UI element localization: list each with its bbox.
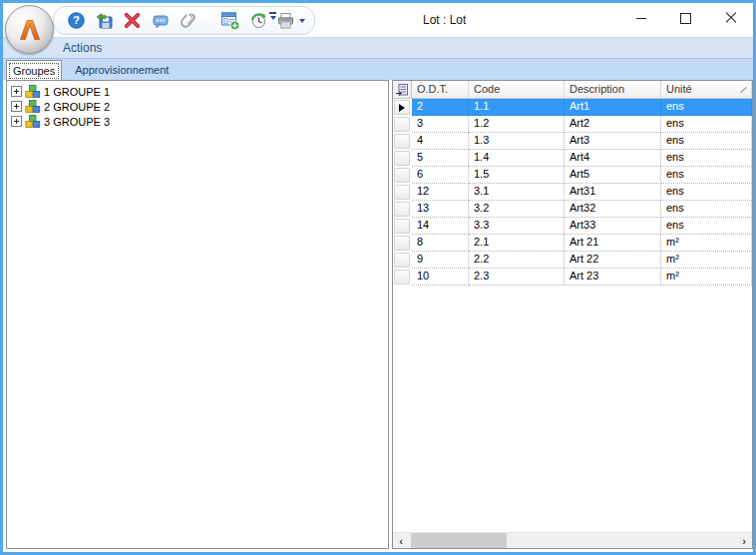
table-row[interactable]: 82.1Art 21m² [393,235,752,252]
cell-description[interactable]: Art 22 [565,252,661,269]
help-icon[interactable]: ? [66,10,87,31]
cell-unite[interactable]: ens [661,218,752,235]
cell-odt[interactable]: 2 [412,99,469,116]
column-header-odt[interactable]: O.D.T. [412,81,469,99]
cell-code[interactable]: 2.3 [469,269,565,285]
column-header-description[interactable]: Description [565,81,661,99]
cell-unite[interactable]: m² [661,252,752,269]
column-header-unite[interactable]: Unité [661,81,752,99]
cell-odt[interactable]: 9 [412,252,469,269]
column-header-code[interactable]: Code [469,81,565,99]
scroll-right-icon[interactable] [736,533,752,548]
cell-unite[interactable]: ens [661,167,752,184]
cell-description[interactable]: Art33 [565,218,661,235]
menu-item-actions[interactable]: Actions [57,41,108,55]
table-row[interactable]: 102.3Art 23m² [393,269,752,285]
history-icon[interactable] [247,10,268,31]
horizontal-scrollbar[interactable] [393,532,752,548]
cell-odt[interactable]: 13 [412,201,469,218]
expand-plus-icon[interactable] [11,101,22,112]
row-indicator[interactable] [394,117,410,132]
tab-approvisionnement[interactable]: Approvisionnement [62,60,182,80]
table-row[interactable]: 133.2Art32ens [393,201,752,218]
scrollbar-track[interactable] [409,533,736,548]
table-row[interactable]: 21.1Art1ens [393,99,752,116]
table-row[interactable]: 61.5Art5ens [393,167,752,184]
cell-description[interactable]: Art 23 [565,269,661,285]
cell-code[interactable]: 2.1 [469,235,565,252]
cell-description[interactable]: Art32 [565,201,661,218]
cell-description[interactable]: Art 21 [565,235,661,252]
close-button[interactable] [708,3,753,33]
minimize-icon [636,18,646,19]
add-document-icon[interactable] [219,10,240,31]
cell-code[interactable]: 3.3 [469,218,565,235]
scroll-left-icon[interactable] [393,533,409,548]
cell-description[interactable]: Art31 [565,184,661,201]
cell-odt[interactable]: 4 [412,133,469,150]
row-indicator[interactable] [394,219,410,234]
print-dropdown-icon[interactable] [299,19,305,26]
row-indicator[interactable] [394,185,410,200]
cell-odt[interactable]: 12 [412,184,469,201]
tree-item[interactable]: 1 GROUPE 1 [7,84,388,99]
toolbar-options-icon[interactable] [268,12,277,23]
cell-code[interactable]: 3.1 [469,184,565,201]
tree-item[interactable]: 3 GROUPE 3 [7,114,388,129]
row-indicator[interactable] [394,270,410,284]
row-indicator[interactable] [394,134,410,149]
attachment-icon[interactable] [178,10,198,31]
row-indicator[interactable] [394,168,410,183]
tab-groupes[interactable]: Groupes [6,60,62,80]
cell-code[interactable]: 1.5 [469,167,565,184]
cell-code[interactable]: 1.4 [469,150,565,167]
cell-odt[interactable]: 6 [412,167,469,184]
table-row[interactable]: 31.2Art2ens [393,116,752,133]
cell-description[interactable]: Art3 [565,133,661,150]
save-icon[interactable] [94,10,115,31]
row-indicator[interactable] [394,236,410,251]
app-logo-orb[interactable] [5,5,54,54]
cell-unite[interactable]: ens [661,184,752,201]
cell-code[interactable]: 1.1 [469,99,565,116]
table-row[interactable]: 51.4Art4ens [393,150,752,167]
cell-unite[interactable]: ens [661,201,752,218]
row-indicator[interactable] [394,253,410,268]
cell-unite[interactable]: ens [661,99,752,116]
tree-item[interactable]: 2 GROUPE 2 [7,99,388,114]
cell-unite[interactable]: ens [661,133,752,150]
cell-description[interactable]: Art4 [565,150,661,167]
table-row[interactable]: 92.2Art 22m² [393,252,752,269]
cell-unite[interactable]: ens [661,150,752,167]
cell-code[interactable]: 1.3 [469,133,565,150]
cell-odt[interactable]: 5 [412,150,469,167]
scrollbar-thumb[interactable] [411,533,507,548]
expand-plus-icon[interactable] [11,86,22,97]
row-indicator[interactable] [394,202,410,217]
cell-description[interactable]: Art5 [565,167,661,184]
cell-code[interactable]: 3.2 [469,201,565,218]
row-indicator[interactable] [394,100,410,115]
cell-unite[interactable]: m² [661,235,752,252]
cell-description[interactable]: Art1 [565,99,661,116]
cell-unite[interactable]: m² [661,269,752,285]
table-row[interactable]: 143.3Art33ens [393,218,752,235]
comment-icon[interactable] [150,10,171,31]
print-button[interactable] [275,10,305,31]
expand-plus-icon[interactable] [11,116,22,127]
table-row[interactable]: 123.1Art31ens [393,184,752,201]
cell-code[interactable]: 2.2 [469,252,565,269]
cell-code[interactable]: 1.2 [469,116,565,133]
delete-icon[interactable] [122,10,143,31]
row-indicator[interactable] [394,151,410,166]
grid-customize-button[interactable] [393,81,412,99]
maximize-button[interactable] [663,3,708,33]
minimize-button[interactable] [618,3,663,33]
cell-odt[interactable]: 8 [412,235,469,252]
cell-odt[interactable]: 10 [412,269,469,285]
table-row[interactable]: 41.3Art3ens [393,133,752,150]
cell-unite[interactable]: ens [661,116,752,133]
cell-odt[interactable]: 3 [412,116,469,133]
cell-description[interactable]: Art2 [565,116,661,133]
cell-odt[interactable]: 14 [412,218,469,235]
